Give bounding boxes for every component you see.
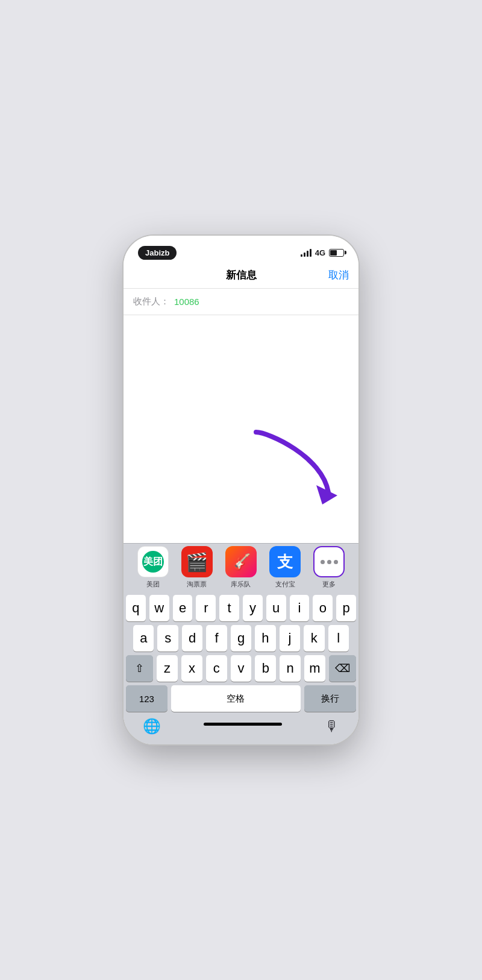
nav-header: 新信息 取消: [124, 262, 358, 289]
recipient-value[interactable]: 10086: [174, 297, 199, 307]
bottom-bar: 🌐 🎙: [124, 715, 358, 744]
space-key[interactable]: 空格: [171, 685, 301, 712]
signal-icon: [301, 248, 311, 257]
key-k[interactable]: k: [304, 625, 324, 652]
backspace-key[interactable]: ⌫: [329, 655, 356, 682]
taopiao-icon: 🎬: [181, 546, 213, 577]
more-label: 更多: [322, 580, 336, 589]
key-y[interactable]: y: [243, 595, 263, 621]
message-body[interactable]: [124, 315, 358, 543]
app-item-taopiao[interactable]: 🎬 淘票票: [181, 546, 213, 589]
app-item-kuyue[interactable]: 🎸 库乐队: [225, 546, 257, 589]
key-d[interactable]: d: [182, 625, 202, 652]
network-type: 4G: [315, 248, 325, 257]
key-x[interactable]: x: [181, 655, 202, 682]
key-t[interactable]: t: [219, 595, 239, 621]
key-i[interactable]: i: [290, 595, 310, 621]
app-row: 美团 美团 🎬 淘票票 🎸 库乐队 支 支付宝: [124, 543, 358, 591]
key-row-2: a s d f g h j k l: [124, 621, 358, 652]
microphone-icon[interactable]: 🎙: [325, 718, 339, 735]
arrow-annotation: [244, 420, 340, 507]
app-item-more[interactable]: 更多: [313, 546, 345, 589]
cancel-button[interactable]: 取消: [328, 268, 349, 282]
key-w[interactable]: w: [149, 595, 169, 621]
battery-icon: [329, 249, 344, 257]
key-z[interactable]: z: [157, 655, 178, 682]
meituan-icon: 美团: [137, 546, 169, 577]
key-u[interactable]: u: [266, 595, 286, 621]
meituan-label: 美团: [146, 580, 160, 589]
key-j[interactable]: j: [280, 625, 300, 652]
key-h[interactable]: h: [255, 625, 275, 652]
key-s[interactable]: s: [157, 625, 178, 652]
key-p[interactable]: p: [336, 595, 356, 621]
alipay-label: 支付宝: [275, 580, 295, 589]
key-row-4: 123 空格 换行: [124, 682, 358, 715]
key-a[interactable]: a: [133, 625, 154, 652]
home-indicator: [204, 723, 282, 726]
phone-frame: Jabizb 4G 新信息 取消 收件人： 10086: [124, 236, 358, 744]
key-n[interactable]: n: [280, 655, 301, 682]
key-l[interactable]: l: [328, 625, 349, 652]
globe-icon[interactable]: 🌐: [143, 718, 161, 735]
key-c[interactable]: c: [206, 655, 227, 682]
keyboard[interactable]: q w e r t y u i o p a s d f g h j k l ⇧ …: [124, 591, 358, 744]
svg-marker-0: [316, 485, 337, 504]
key-b[interactable]: b: [255, 655, 276, 682]
recipient-row: 收件人： 10086: [124, 289, 358, 315]
key-m[interactable]: m: [304, 655, 325, 682]
key-row-1: q w e r t y u i o p: [124, 591, 358, 621]
key-row-3: ⇧ z x c v b n m ⌫: [124, 652, 358, 682]
numbers-key[interactable]: 123: [126, 685, 167, 712]
status-bar: Jabizb 4G: [124, 236, 358, 262]
key-o[interactable]: o: [313, 595, 333, 621]
app-item-meituan[interactable]: 美团 美团: [137, 546, 169, 589]
page-title: 新信息: [226, 268, 257, 282]
app-item-alipay[interactable]: 支 支付宝: [269, 546, 301, 589]
return-key[interactable]: 换行: [304, 685, 356, 712]
kuyue-icon: 🎸: [225, 546, 257, 577]
kuyue-label: 库乐队: [231, 580, 251, 589]
key-q[interactable]: q: [126, 595, 146, 621]
key-r[interactable]: r: [196, 595, 216, 621]
status-right: 4G: [301, 248, 344, 257]
carrier-label: Jabizb: [138, 246, 177, 260]
more-dots: [321, 560, 338, 564]
key-f[interactable]: f: [206, 625, 227, 652]
key-e[interactable]: e: [173, 595, 193, 621]
key-v[interactable]: v: [231, 655, 252, 682]
taopiao-label: 淘票票: [187, 580, 207, 589]
key-g[interactable]: g: [231, 625, 251, 652]
svg-text:支: 支: [277, 553, 293, 571]
alipay-icon: 支: [269, 546, 301, 577]
recipient-label: 收件人：: [133, 296, 169, 307]
more-icon: [313, 546, 345, 577]
shift-key[interactable]: ⇧: [126, 655, 153, 682]
